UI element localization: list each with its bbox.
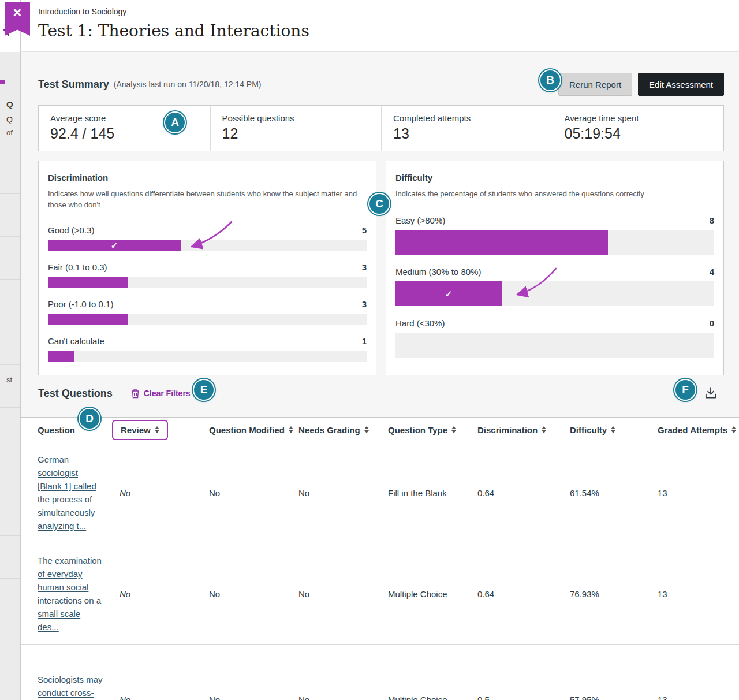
sortable-header[interactable]: Needs Grading <box>298 425 369 435</box>
bar-track <box>48 277 367 288</box>
bar-good-0-3: Good (>0.3)5✓ <box>48 225 367 251</box>
underlying-row-dividers <box>0 109 20 700</box>
question-link[interactable]: German sociologist [Blank 1] called the … <box>38 453 103 533</box>
column-header-discrimination: Discrimination <box>477 425 570 435</box>
sortable-header[interactable]: Discrimination <box>477 425 546 435</box>
bar-fill <box>48 277 128 288</box>
bar-track <box>395 333 714 358</box>
column-label: Review <box>121 425 151 435</box>
discrimination-panel: Discrimination Indicates how well questi… <box>38 161 376 375</box>
table-row: German sociologist [Blank 1] called the … <box>21 442 739 543</box>
cell-attempts: 13 <box>658 695 737 700</box>
column-label: Difficulty <box>570 425 607 435</box>
question-link[interactable]: The examination of everyday human social… <box>38 554 103 634</box>
screen: Q Q of st ✕ Introduction to Sociology Te… <box>0 0 739 700</box>
sortable-header[interactable]: Review <box>112 420 168 440</box>
bar-count: 4 <box>710 267 714 277</box>
column-header-review: Review <box>120 420 209 440</box>
column-header-question: Question <box>38 425 120 435</box>
sort-icon <box>451 426 456 433</box>
column-label: Question <box>38 425 75 435</box>
cell-review: No <box>120 589 209 599</box>
discrimination-bars: Good (>0.3)5✓Fair (0.1 to 0.3)3Poor (-1.… <box>48 225 367 362</box>
bar-label: Can't calculate <box>48 336 104 346</box>
cell-attempts: 13 <box>658 589 737 599</box>
stat-value: 13 <box>393 125 541 142</box>
stat-value: 92.4 / 145 <box>50 125 199 142</box>
cell-review: No <box>120 695 209 700</box>
column-header-difficulty: Difficulty <box>570 425 658 435</box>
page-title: Test 1: Theories and Interactions <box>38 21 722 40</box>
summary-section: Test Summary (Analysis last run on 11/20… <box>21 52 739 417</box>
cell-needs-grading: No <box>298 589 388 599</box>
cell-question: The examination of everyday human social… <box>38 554 120 634</box>
table-header-row: QuestionReviewQuestion ModifiedNeeds Gra… <box>21 417 739 442</box>
cell-attempts: 13 <box>658 488 737 498</box>
cell-modified: No <box>209 589 298 599</box>
cell-difficulty: 76.93% <box>570 589 658 599</box>
stat-average-time-spent: Average time spent05:19:54 <box>553 106 724 151</box>
bar-track <box>48 314 367 325</box>
bar-count: 3 <box>362 299 367 309</box>
cell-needs-grading: No <box>298 695 388 700</box>
check-icon: ✓ <box>111 240 118 251</box>
cell-modified: No <box>209 695 298 700</box>
edit-assessment-button[interactable]: Edit Assessment <box>638 73 724 96</box>
discrimination-subtitle: Indicates how well questions differentia… <box>48 188 367 210</box>
sortable-header[interactable]: Question Modified <box>209 425 293 435</box>
bar-can-t-calculate: Can't calculate1 <box>48 336 367 362</box>
difficulty-title: Difficulty <box>395 173 714 183</box>
clear-filters-label: Clear Filters <box>144 389 191 398</box>
close-ribbon: ✕ <box>5 2 30 36</box>
bar-easy-80: Easy (>80%)8 <box>395 215 714 255</box>
summary-actions: Rerun Report Edit Assessment <box>558 73 724 96</box>
sort-icon <box>364 426 369 433</box>
trash-icon <box>131 389 140 399</box>
sortable-header[interactable]: Difficulty <box>570 425 615 435</box>
table-row: The examination of everyday human social… <box>21 543 739 645</box>
bar-poor-1-0-to-0-1: Poor (-1.0 to 0.1)3 <box>48 299 367 325</box>
bar-fill <box>395 230 608 255</box>
column-header-question-modified: Question Modified <box>209 425 298 435</box>
test-analysis-panel: Introduction to Sociology Test 1: Theori… <box>20 0 739 700</box>
sort-icon <box>542 426 546 433</box>
check-icon: ✓ <box>445 289 453 299</box>
column-label: Discrimination <box>477 425 538 435</box>
sortable-header[interactable]: Question Type <box>388 425 456 435</box>
cell-needs-grading: No <box>298 488 388 498</box>
column-header-needs-grading: Needs Grading <box>298 425 388 435</box>
rerun-report-button[interactable]: Rerun Report <box>558 73 632 96</box>
column-header-question-type: Question Type <box>388 425 477 435</box>
stat-completed-attempts: Completed attempts13 <box>381 106 553 151</box>
sortable-header[interactable]: Question <box>38 425 75 435</box>
bar-track: ✓ <box>48 240 367 251</box>
cell-type: Multiple Choice <box>388 589 477 599</box>
summary-heading: Test Summary <box>38 79 109 91</box>
bar-fill: ✓ <box>48 240 181 251</box>
sort-icon <box>289 426 293 433</box>
underlying-page-strip: Q Q of st <box>0 0 20 700</box>
bar-track <box>395 230 714 255</box>
cell-type: Multiple Choice <box>388 695 477 700</box>
test-questions-header-row: Test Questions Clear Filters <box>38 383 724 410</box>
download-button[interactable] <box>703 386 718 401</box>
cell-type: Fill in the Blank <box>388 488 477 498</box>
underlying-accent <box>0 80 5 84</box>
table-body: German sociologist [Blank 1] called the … <box>21 442 739 700</box>
clear-filters-link[interactable]: Clear Filters <box>131 389 191 399</box>
questions-table: QuestionReviewQuestion ModifiedNeeds Gra… <box>21 417 739 700</box>
stat-value: 05:19:54 <box>565 125 712 142</box>
sortable-header[interactable]: Graded Attempts <box>658 425 736 435</box>
question-link[interactable]: Sociologists may conduct cross-cultural … <box>38 673 103 700</box>
difficulty-bars: Easy (>80%)8Medium (30% to 80%)4✓Hard (<… <box>395 215 714 358</box>
bar-count: 8 <box>710 215 714 225</box>
underlying-text-fragment: st <box>6 375 12 384</box>
bar-label: Fair (0.1 to 0.3) <box>48 262 107 272</box>
bar-label: Medium (30% to 80%) <box>395 267 481 277</box>
stat-label: Average score <box>50 113 199 123</box>
sort-icon <box>611 426 615 433</box>
charts-row: Discrimination Indicates how well questi… <box>38 161 724 375</box>
stat-average-score: Average score92.4 / 145 <box>39 106 210 151</box>
cell-discrimination: 0.5 <box>477 695 570 700</box>
close-button[interactable]: ✕ <box>5 2 30 40</box>
